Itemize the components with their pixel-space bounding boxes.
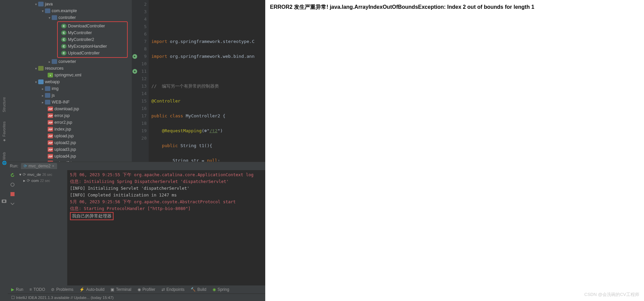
console[interactable]: 5月 06, 2023 9:25:55 下午 org.apache.catali…	[67, 170, 265, 285]
console-highlight: 我自己的异常处理器	[70, 212, 263, 220]
console-line: [INFO] Completed initialization in 1247 …	[70, 192, 263, 199]
console-line: 信息: Starting ProtocolHandler ["http-bio-…	[70, 205, 263, 212]
run-tree[interactable]: ▾⟳mvc_de26 sec ▸⟳com22 sec	[17, 170, 67, 285]
console-line: 信息: Initializing Spring DispatcherServle…	[70, 178, 263, 185]
code-line: public String t1(){	[151, 142, 263, 149]
structure-tool[interactable]: Structure	[2, 97, 6, 112]
run-body: ▾⟳mvc_de26 sec ▸⟳com22 sec 5月 06, 2023 9…	[8, 170, 265, 285]
code-line	[151, 68, 263, 75]
run-tabbar: Run: ⟳mvc_demo2×	[8, 162, 265, 170]
stop-icon[interactable]	[9, 191, 16, 197]
svg-point-2	[11, 183, 14, 186]
tree-class[interactable]: CMyController2	[58, 36, 127, 43]
tree-jsp[interactable]: JSPupload4.jsp	[8, 153, 132, 160]
tree-converter[interactable]: ▸converter	[8, 58, 132, 65]
code-line: public class MyController2 {	[151, 112, 263, 120]
error-heading: ERROR2 发生严重异常! java.lang.ArrayIndexOutOf…	[270, 3, 639, 11]
tree-webapp[interactable]: ▾webapp	[8, 78, 132, 85]
build-tool[interactable]: 🔨Build	[191, 287, 206, 292]
svg-rect-3	[10, 192, 15, 196]
tree-class[interactable]: CUploadController	[58, 50, 127, 56]
status-text: ☐ IntelliJ IDEA 2021.1.3 available // Up…	[11, 295, 114, 300]
console-line: 5月 06, 2023 9:25:56 下午 org.apache.coyote…	[70, 199, 263, 205]
highlighted-controllers: CDownloadController CMyController CMyCon…	[57, 21, 128, 58]
browser-panel: ERROR2 发生严重异常! java.lang.ArrayIndexOutOf…	[265, 0, 644, 301]
ide-main: ▾java ▾com.example ▾controller CDownload…	[8, 0, 265, 301]
console-line: 5月 06, 2023 9:25:55 下午 org.apache.catali…	[70, 171, 263, 178]
watermark: CSDN @会洗碗的CV工程师	[584, 292, 639, 298]
tree-controller[interactable]: ▾controller	[8, 14, 132, 21]
spring-tool[interactable]: ◉Spring	[213, 287, 229, 292]
tree-jsp[interactable]: JSPdownload.jsp	[8, 106, 132, 112]
tree-class[interactable]: CDownloadController	[58, 23, 127, 29]
tree-folder[interactable]: ▸js	[8, 92, 132, 99]
web-tool[interactable]: 🌐Web	[2, 152, 6, 165]
run-tree-item[interactable]: ▾⟳mvc_de26 sec	[19, 171, 65, 178]
terminal-tool[interactable]: ▣Terminal	[110, 287, 131, 292]
upper-split: ▾java ▾com.example ▾controller CDownload…	[8, 0, 265, 162]
tree-jsp[interactable]: JSPupload3.jsp	[8, 146, 132, 153]
project-tree[interactable]: ▾java ▾com.example ▾controller CDownload…	[8, 0, 132, 162]
code-area[interactable]: import org.springframework.stereotype.C …	[149, 0, 265, 162]
favorites-tool[interactable]: ★Favorites	[2, 121, 6, 142]
status-bar: ☐ IntelliJ IDEA 2021.1.3 available // Up…	[8, 294, 265, 301]
down-icon[interactable]	[9, 201, 16, 207]
tree-jsp[interactable]: JSPerror.jsp	[8, 112, 132, 119]
run-gutter-icon[interactable]: ▶	[132, 54, 137, 59]
profiler-tool[interactable]: ◉Profiler	[138, 287, 155, 292]
gutter: 2 3 4 5 6 7 8 ▶9 10 ◉11 12 13 14 15	[132, 0, 149, 162]
bottom-toolbar: ▶Run ≡TODO ⊘Problems ⚡Auto-build ▣Termin…	[8, 285, 265, 294]
close-icon[interactable]: ×	[52, 164, 54, 168]
problems-tool[interactable]: ⊘Problems	[51, 287, 73, 292]
run-tree-item[interactable]: ▸⟳com22 sec	[19, 178, 65, 184]
code-line: @RequestMapping(⊕"/t2")	[151, 127, 263, 135]
run-toolbar	[8, 170, 17, 285]
autobuild-tool[interactable]: ⚡Auto-build	[79, 287, 104, 292]
run-gutter-icon[interactable]: ◉	[132, 69, 137, 74]
endpoints-tool[interactable]: ⇄Endpoints	[162, 287, 184, 292]
tree-jsp[interactable]: JSPerror2.jsp	[8, 119, 132, 126]
tree-class[interactable]: CMyExceptionHandler	[58, 43, 127, 50]
ide-body: Structure ★Favorites 🌐Web ▾java ▾com.exa…	[0, 0, 265, 301]
code-line: // 编写另一个有异常的控制器类	[151, 83, 263, 90]
code-line	[151, 23, 263, 30]
rerun-icon[interactable]	[9, 172, 16, 178]
run-tab[interactable]: ⟳mvc_demo2×	[21, 163, 57, 169]
console-line: [INFO] Initializing Servlet 'dispatcherS…	[70, 185, 263, 192]
ide-window: Structure ★Favorites 🌐Web ▾java ▾com.exa…	[0, 0, 265, 301]
run-panel: Run: ⟳mvc_demo2× ▾⟳mvc_de26 sec ▸⟳com22 …	[8, 162, 265, 285]
refresh-icon[interactable]	[9, 182, 16, 188]
tree-jsp[interactable]: JSPindex.jsp	[8, 126, 132, 133]
tree-folder[interactable]: ▸WEB-INF	[8, 99, 132, 106]
tree-jsp[interactable]: JSPupload.jsp	[8, 133, 132, 139]
tree-package[interactable]: ▾com.example	[8, 7, 132, 14]
tree-jsp[interactable]: JSPupload5.jsp	[8, 160, 132, 162]
tree-jsp[interactable]: JSPupload2.jsp	[8, 139, 132, 146]
tree-resources[interactable]: ▾resources	[8, 65, 132, 72]
left-tool-strip: Structure ★Favorites 🌐Web	[0, 0, 8, 301]
tree-xml[interactable]: xspringmvc.xml	[8, 72, 132, 78]
code-line: @Controller	[151, 97, 263, 105]
tree-java[interactable]: ▾java	[8, 1, 132, 7]
code-line: import org.springframework.stereotype.C	[151, 38, 263, 45]
code-line	[151, 8, 263, 16]
svg-point-1	[3, 200, 5, 202]
todo-tool[interactable]: ≡TODO	[29, 287, 45, 292]
run-label: Run:	[10, 164, 18, 168]
camera-icon[interactable]	[1, 198, 7, 204]
tree-class[interactable]: CMyController	[58, 29, 127, 36]
run-tool[interactable]: ▶Run	[11, 287, 23, 292]
code-editor[interactable]: 2 3 4 5 6 7 8 ▶9 10 ◉11 12 13 14 15	[132, 0, 265, 162]
code-line: import org.springframework.web.bind.ann	[151, 53, 263, 60]
tree-folder[interactable]: ▸img	[8, 85, 132, 92]
